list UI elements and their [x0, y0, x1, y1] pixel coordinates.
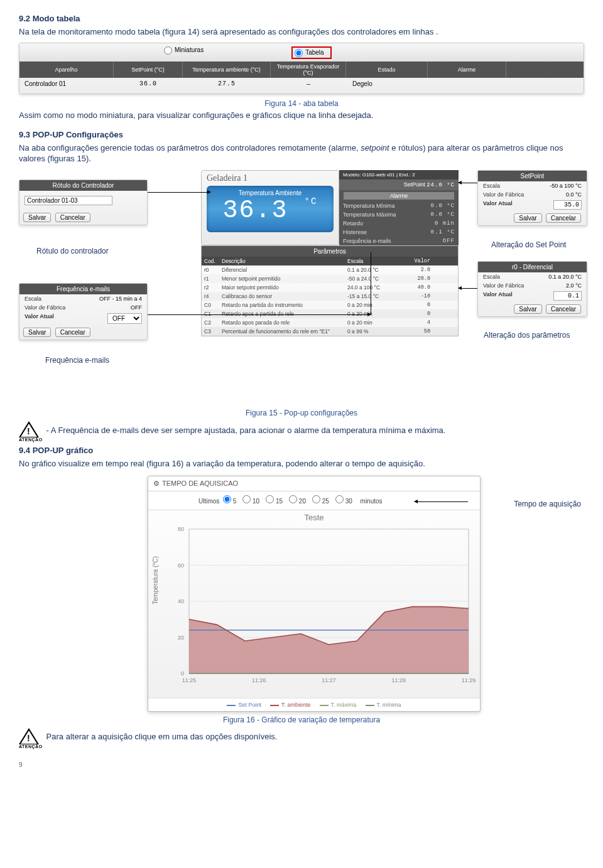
stats-row: Temperatura Mínima0.0 °C	[339, 201, 459, 210]
alarm-button[interactable]: Alarme	[343, 191, 455, 200]
svg-text:20: 20	[178, 635, 184, 641]
svg-text:60: 60	[178, 562, 184, 569]
attention-2: ! ATENÇÃO Para alterar a aquisição cliqu…	[19, 728, 584, 749]
lcd-value: 36.3	[223, 196, 288, 225]
param-row[interactable]: r1Menor setpoint permitido-50 a 24.0 °C2…	[202, 274, 458, 283]
connector-line	[148, 314, 371, 315]
ultimos-label: Ultimos	[198, 498, 219, 505]
text-after-fig14: Assim como no modo miniatura, para visua…	[19, 110, 584, 121]
connector-line	[148, 192, 210, 193]
svg-text:11:28: 11:28	[391, 677, 406, 683]
stats-row: Frequência e-mailsOFF	[339, 237, 459, 245]
param-col-cod: Cod.	[202, 257, 219, 265]
attention-label: ATENÇÃO	[19, 744, 43, 749]
plot-svg: 02040608011:2511:2611:2711:2811:29	[148, 510, 481, 699]
r0-atual-input[interactable]	[553, 291, 582, 301]
freq-header: Frequência e-mails	[19, 284, 147, 294]
stats-row: Temperatura Máxima0.0 °C	[339, 210, 459, 219]
rotulo-save-button[interactable]: Salvar	[23, 213, 51, 222]
r0-header: r0 - Diferencial	[478, 262, 587, 272]
connector-line	[415, 501, 468, 502]
svg-text:0: 0	[181, 670, 184, 677]
fig16-title: TEMPO DE AQUISICAO	[162, 480, 238, 487]
cell-aparelho: Controlador 01	[19, 78, 114, 90]
fig14-panel: Miniaturas Tabela Aparelho SetPoint (°C)…	[19, 43, 584, 94]
svg-text:80: 80	[178, 526, 184, 532]
tab-tabela[interactable]: Tabela	[295, 49, 323, 56]
rotulo-input[interactable]	[24, 196, 112, 205]
param-row[interactable]: C2Retardo apos parada do rele0 a 20 min4	[202, 318, 458, 327]
device-name: Geladeira 1	[202, 171, 339, 183]
r0-cancel-button[interactable]: Cancelar	[546, 304, 581, 314]
col-tamb: Temperatura ambiente (°C)	[183, 62, 271, 78]
param-row[interactable]: r0Diferencial0.1 a 20.0 °C2.0	[202, 265, 458, 274]
sp-save-button[interactable]: Salvar	[514, 213, 541, 223]
param-row[interactable]: C0Retardo na partida do instrumento0 a 2…	[202, 301, 458, 309]
radio-tabela[interactable]	[295, 49, 303, 57]
time-option-25[interactable]: 25	[312, 498, 329, 505]
legend-tamb: T. ambiente	[270, 702, 311, 708]
freq-cancel-button[interactable]: Cancelar	[55, 328, 90, 337]
section-9-2-text: Na tela de monitoramento modo tabela (fi…	[19, 27, 584, 38]
warning-icon: !	[19, 728, 39, 744]
cell-tevap: –	[271, 78, 346, 90]
time-option-10[interactable]: 10	[242, 498, 259, 505]
stats-row: Retardo0 min	[339, 219, 459, 228]
device-model: Modelo: G102-web v01 | End.: 2	[339, 170, 459, 179]
stats-sp-value[interactable]: 24.0 °C	[426, 182, 455, 188]
fig16-header: ⚙TEMPO DE AQUISICAO	[148, 476, 480, 491]
param-row[interactable]: C1Retardo apos a partida do rele0 a 20 m…	[202, 309, 458, 318]
sp-atual-input[interactable]	[553, 200, 582, 210]
svg-text:11:25: 11:25	[182, 677, 197, 683]
minutos-label: minutos	[361, 498, 383, 505]
param-col-desc: Descrição	[219, 257, 345, 265]
fig14-data-row[interactable]: Controlador 01 36.0 27.5 – Degelo	[19, 78, 584, 90]
tab-miniaturas[interactable]: Miniaturas	[164, 46, 204, 59]
cell-tamb: 27.5	[183, 78, 271, 90]
plot-legend: Set Point T. ambiente T. máxima T. mínim…	[148, 698, 480, 711]
setpoint-header: SetPoint	[478, 171, 587, 181]
cell-alarme	[428, 78, 506, 90]
freq-save-button[interactable]: Salvar	[23, 328, 51, 337]
svg-text:11:26: 11:26	[252, 677, 266, 683]
freq-atual-label: Valor Atual	[24, 313, 54, 324]
fig16-caption: Figura 16 - Gráfico de variação de tempe…	[19, 715, 584, 724]
stats-sp-label: SetPoint	[404, 181, 425, 188]
r0-escala-label: Escala	[483, 274, 500, 280]
r0-save-button[interactable]: Salvar	[514, 304, 541, 314]
legend-tmin: T. mínima	[366, 702, 401, 708]
time-option-20[interactable]: 20	[289, 498, 306, 505]
attention-1: ! ATENÇÃO - A Frequência de e-mails deve…	[19, 421, 584, 442]
r0-atual-label: Valor Atual	[483, 291, 513, 301]
sp-escala-value: -50 a 100 °C	[550, 183, 582, 189]
freq-atual-select[interactable]: OFF	[107, 313, 142, 324]
attention-label: ATENÇÃO	[19, 437, 43, 442]
param-col-valor: Valor	[403, 257, 433, 265]
tab-miniaturas-label: Miniaturas	[175, 46, 204, 53]
param-row[interactable]: r2Maior setpoint permitido24.0 a 100 °C4…	[202, 283, 458, 292]
rotulo-cancel-button[interactable]: Cancelar	[55, 213, 90, 222]
radio-miniaturas[interactable]	[164, 46, 172, 55]
time-option-5[interactable]: 5	[223, 498, 236, 505]
param-row[interactable]: C3Percentual de funcionamento do rele em…	[202, 327, 458, 336]
time-option-15[interactable]: 15	[266, 498, 283, 505]
col-estado: Estado	[346, 62, 428, 78]
freq-fabrica-value: OFF	[131, 304, 142, 311]
param-title: Parâmetros	[202, 246, 458, 257]
param-row[interactable]: r4Calibracao do sensor-15 a 15.0 °C-10	[202, 292, 458, 301]
tab-tabela-label: Tabela	[305, 49, 323, 56]
device-lcd: Temperatura Ambiente 36.3 °C	[207, 186, 334, 232]
param-table: Parâmetros Cod. Descrição Escala Valor r…	[201, 245, 459, 336]
sp-cancel-button[interactable]: Cancelar	[546, 213, 581, 223]
cell-setpoint: 36.0	[114, 78, 183, 90]
freq-panel: Frequência e-mails EscalaOFF - 15 min a …	[19, 283, 148, 340]
time-option-30[interactable]: 30	[335, 498, 352, 505]
plot-area: Teste Temperatura (°C) 02040608011:2511:…	[148, 510, 480, 698]
device-card: Geladeira 1 Temperatura Ambiente 36.3 °C	[201, 170, 339, 245]
connector-line	[459, 183, 477, 183]
connector-line	[371, 252, 371, 314]
attention-2-text: Para alterar a aquisição clique em uma d…	[46, 732, 278, 742]
connector-line	[459, 288, 477, 289]
setpoint-caption: Alteração do Set Point	[491, 240, 566, 249]
device-stats: Modelo: G102-web v01 | End.: 2 SetPoint …	[339, 170, 459, 245]
